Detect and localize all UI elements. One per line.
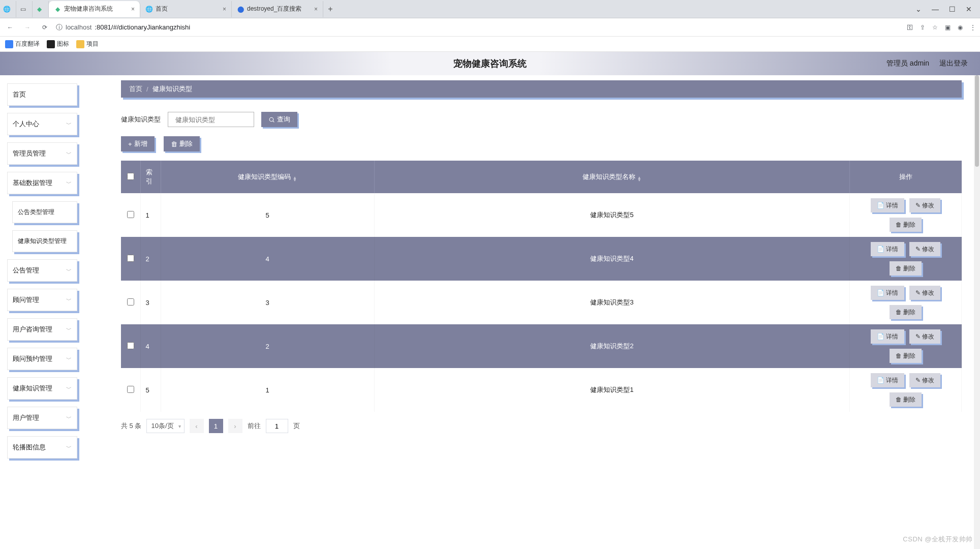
col-index[interactable]: 索引 bbox=[140, 161, 161, 193]
chevron-down-icon: ﹀ bbox=[66, 267, 72, 274]
document-icon: 📄 bbox=[877, 289, 884, 296]
col-code[interactable]: 健康知识类型编码▲▼ bbox=[161, 161, 374, 193]
next-page-button[interactable]: › bbox=[228, 419, 242, 433]
sidebar-item[interactable]: 公告类型管理 bbox=[12, 201, 77, 223]
sort-icon[interactable]: ▲▼ bbox=[637, 176, 641, 181]
trash-icon: 🗑 bbox=[896, 352, 902, 359]
scrollbar-thumb[interactable] bbox=[975, 75, 979, 167]
cell-name: 健康知识类型4 bbox=[374, 237, 850, 281]
edit-button[interactable]: ✎修改 bbox=[909, 329, 940, 344]
square-icon: ▭ bbox=[19, 6, 26, 13]
document-icon: 📄 bbox=[877, 246, 884, 253]
sidebar-item[interactable]: 管理员管理﹀ bbox=[7, 142, 77, 165]
page-number[interactable]: 1 bbox=[209, 419, 223, 433]
reload-button[interactable]: ⟳ bbox=[39, 21, 51, 34]
add-button[interactable]: + 新增 bbox=[121, 136, 155, 151]
chevron-down-icon[interactable]: ⌄ bbox=[915, 5, 922, 13]
sidebar-item-label: 健康知识管理 bbox=[13, 384, 52, 393]
close-icon[interactable]: × bbox=[131, 6, 135, 13]
pencil-icon: ✎ bbox=[915, 333, 921, 340]
edit-button[interactable]: ✎修改 bbox=[909, 286, 940, 300]
detail-button[interactable]: 📄详情 bbox=[871, 329, 904, 344]
detail-button[interactable]: 📄详情 bbox=[871, 198, 904, 212]
sidebar-item[interactable]: 健康知识管理﹀ bbox=[7, 377, 77, 400]
menu-icon[interactable]: ⋮ bbox=[970, 24, 976, 31]
sidebar-item[interactable]: 顾问管理﹀ bbox=[7, 289, 77, 311]
sidebar-item[interactable]: 轮播图信息﹀ bbox=[7, 436, 77, 459]
bookmarks-bar: 百度翻译图标项目 bbox=[0, 37, 980, 52]
back-button[interactable]: ← bbox=[4, 21, 16, 34]
url-path: :8081/#/dictionaryJiankangzhishi bbox=[95, 23, 190, 31]
detail-button[interactable]: 📄详情 bbox=[871, 286, 904, 300]
avatar-icon[interactable]: ◉ bbox=[958, 24, 963, 31]
breadcrumb-home[interactable]: 首页 bbox=[129, 84, 142, 94]
edit-button[interactable]: ✎修改 bbox=[909, 373, 940, 387]
page-size-select[interactable]: 10条/页 bbox=[146, 419, 184, 433]
button-label: 删除 bbox=[903, 264, 915, 273]
star-icon[interactable]: ☆ bbox=[932, 24, 938, 31]
minimize-icon[interactable]: — bbox=[932, 5, 939, 13]
bookmark-item[interactable]: 图标 bbox=[47, 40, 69, 48]
scrollbar[interactable] bbox=[974, 75, 980, 549]
trash-icon: 🗑 bbox=[171, 140, 177, 148]
browser-tab[interactable]: ◆宠物健康咨询系统× bbox=[49, 1, 140, 17]
detail-button[interactable]: 📄详情 bbox=[871, 242, 904, 256]
select-all-checkbox[interactable] bbox=[127, 173, 134, 180]
prev-page-button[interactable]: ‹ bbox=[190, 419, 204, 433]
row-checkbox[interactable] bbox=[127, 298, 134, 306]
forward-button[interactable]: → bbox=[21, 21, 34, 34]
row-checkbox[interactable] bbox=[127, 255, 134, 262]
delete-button[interactable]: 🗑 删除 bbox=[164, 136, 200, 151]
row-checkbox[interactable] bbox=[127, 211, 134, 218]
sidebar-item[interactable]: 顾问预约管理﹀ bbox=[7, 348, 77, 370]
table-row: 51健康知识类型1📄详情✎修改🗑删除 bbox=[121, 368, 962, 412]
browser-tab[interactable]: ⬤destroyed_百度搜索× bbox=[232, 1, 323, 17]
detail-button[interactable]: 📄详情 bbox=[871, 373, 904, 387]
row-delete-button[interactable]: 🗑删除 bbox=[890, 305, 922, 319]
cell-index: 3 bbox=[140, 281, 161, 324]
user-label[interactable]: 管理员 admin bbox=[886, 59, 929, 68]
sidebar-item[interactable]: 用户管理﹀ bbox=[7, 407, 77, 429]
browser-tab[interactable]: ◆ bbox=[33, 1, 49, 17]
row-delete-button[interactable]: 🗑删除 bbox=[890, 218, 922, 232]
row-delete-button[interactable]: 🗑删除 bbox=[890, 392, 922, 407]
row-checkbox[interactable] bbox=[127, 386, 134, 393]
close-icon[interactable]: × bbox=[314, 6, 318, 13]
chevron-down-icon: ﹀ bbox=[66, 150, 72, 158]
site-info-icon[interactable]: ⓘ bbox=[56, 23, 63, 32]
panel-icon[interactable]: ▣ bbox=[945, 24, 951, 31]
url-field[interactable]: ⓘ localhost:8081/#/dictionaryJiankangzhi… bbox=[56, 23, 190, 32]
sidebar-item[interactable]: 公告管理﹀ bbox=[7, 259, 77, 282]
bookmark-label: 百度翻译 bbox=[15, 40, 40, 48]
bookmark-item[interactable]: 百度翻译 bbox=[5, 40, 40, 48]
cell-op: 📄详情✎修改🗑删除 bbox=[850, 324, 962, 368]
close-icon[interactable]: ✕ bbox=[966, 5, 972, 13]
row-checkbox[interactable] bbox=[127, 342, 134, 349]
sort-icon[interactable]: ▲▼ bbox=[293, 176, 297, 181]
edit-button[interactable]: ✎修改 bbox=[909, 198, 940, 212]
browser-tab[interactable]: ▭ bbox=[16, 1, 33, 17]
close-icon[interactable]: × bbox=[223, 6, 226, 13]
edit-button[interactable]: ✎修改 bbox=[909, 242, 940, 256]
col-name[interactable]: 健康知识类型名称▲▼ bbox=[374, 161, 850, 193]
sidebar-item[interactable]: 健康知识类型管理 bbox=[12, 230, 77, 252]
search-input[interactable] bbox=[175, 116, 261, 124]
key-icon[interactable]: ⚿ bbox=[907, 24, 913, 31]
sidebar-item[interactable]: 首页 bbox=[7, 83, 77, 106]
share-icon[interactable]: ⇪ bbox=[920, 24, 925, 31]
new-tab-button[interactable]: + bbox=[323, 5, 338, 14]
sidebar-item[interactable]: 个人中心﹀ bbox=[7, 113, 77, 135]
logout-link[interactable]: 退出登录 bbox=[939, 59, 968, 68]
maximize-icon[interactable]: ☐ bbox=[949, 5, 956, 13]
sidebar-item[interactable]: 基础数据管理﹀ bbox=[7, 172, 77, 194]
goto-input[interactable] bbox=[266, 419, 288, 433]
browser-tab[interactable]: 🌐首页× bbox=[140, 1, 232, 17]
row-delete-button[interactable]: 🗑删除 bbox=[890, 261, 922, 276]
bookmark-item[interactable]: 项目 bbox=[76, 40, 99, 48]
row-delete-button[interactable]: 🗑删除 bbox=[890, 349, 922, 363]
sidebar-item[interactable]: 用户咨询管理﹀ bbox=[7, 318, 77, 341]
browser-tab[interactable]: 🌐 bbox=[0, 1, 16, 17]
sidebar-item-label: 顾问管理 bbox=[13, 295, 39, 304]
chevron-down-icon: ﹀ bbox=[66, 385, 72, 392]
search-button[interactable]: 查询 bbox=[261, 112, 297, 127]
